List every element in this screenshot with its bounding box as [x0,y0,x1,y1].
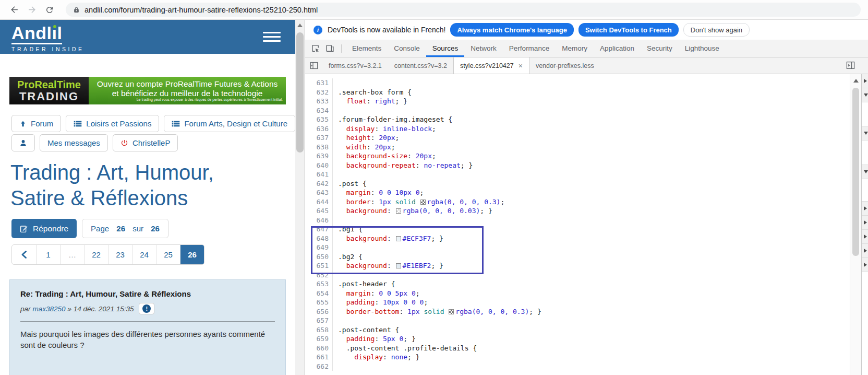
pagination-prev[interactable] [12,245,36,264]
reply-button[interactable]: Répondre [11,219,77,238]
line-number[interactable]: 645 [305,206,333,216]
code-line[interactable]: 658.post-content { [305,325,850,335]
pagination-page-26[interactable]: 26 [180,245,204,264]
line-number[interactable]: 640 [305,161,333,170]
code-line[interactable]: 648 background: #ECF3F7; } [305,234,850,243]
brand-logo[interactable]: Andlıl TRADER INSIDE [11,24,85,52]
code-line[interactable]: 659 padding: 5px 0; } [305,334,850,344]
line-number[interactable]: 635 [305,115,333,124]
line-number[interactable]: 639 [305,151,333,161]
line-number[interactable]: 651 [305,261,333,271]
line-number[interactable]: 642 [305,179,333,189]
code-line[interactable]: 644 border: 1px solid rgba(0, 0, 0, 0.3)… [305,197,850,207]
lock-icon[interactable] [73,6,80,13]
scroll-up-arrow-icon[interactable] [297,24,303,27]
code-line[interactable]: 647.bg1 { [305,225,850,234]
file-tab-vendor-prefixes.less[interactable]: vendor-prefixes.less [529,57,600,74]
code-line[interactable]: 650.bg2 { [305,252,850,262]
line-number[interactable]: 637 [305,133,333,143]
prorealtime-ad-banner[interactable]: ProRealTime TRADING Ouvrez un compte Pro… [9,77,286,104]
code-line[interactable]: 642.post { [305,179,850,189]
code-line[interactable]: 641 [305,170,850,179]
code-line[interactable]: 660 .post-content .profile-details { [305,344,850,353]
sidebar-section-toggle[interactable] [862,88,868,102]
page-indicator-button[interactable]: Page 26 sur 26 [82,219,168,238]
forward-icon[interactable] [23,1,41,19]
tab-sources[interactable]: Sources [426,40,465,57]
code-line[interactable]: 633 float: right; } [305,97,850,106]
code-line[interactable]: 645 background: rgba(0, 0, 0, 0.03); } [305,206,850,216]
line-number[interactable]: 650 [305,252,333,262]
pagination-page-23[interactable]: 23 [108,245,132,264]
sidebar-section-toggle[interactable] [862,258,868,272]
line-number[interactable]: 643 [305,188,333,197]
tab-elements[interactable]: Elements [346,40,388,57]
pagination-page-1[interactable]: 1 [36,245,60,264]
line-number[interactable]: 648 [305,234,333,243]
inspect-element-icon[interactable] [310,43,320,54]
color-swatch[interactable] [420,200,426,205]
line-number[interactable]: 638 [305,143,333,152]
line-number[interactable]: 634 [305,106,333,115]
file-tab-style.css-v210427[interactable]: style.css?v210427× [453,57,529,74]
code-line[interactable]: 656 border-bottom: 1px solid rgba(0, 0, … [305,307,850,317]
pagination-page-25[interactable]: 25 [156,245,180,264]
line-number[interactable]: 636 [305,124,333,134]
code-line[interactable]: 661 display: none; } [305,353,850,362]
file-tab-forms.css-v-3.2.1[interactable]: forms.css?v=3.2.1 [322,57,388,74]
line-number[interactable]: 662 [305,362,333,371]
color-swatch[interactable] [396,263,401,268]
editor-scrollbar[interactable] [850,74,861,375]
file-tab-content.css-v-3.2[interactable]: content.css?v=3.2 [388,57,453,74]
code-line[interactable]: 640 background-repeat: no-repeat; } [305,161,850,170]
line-number[interactable]: 644 [305,197,333,207]
sidebar-section-toggle[interactable] [862,230,868,244]
sidebar-section-toggle[interactable] [862,244,868,258]
code-line[interactable]: 632.search-box form { [305,88,850,97]
line-number[interactable]: 654 [305,289,333,298]
line-number[interactable]: 658 [305,325,333,335]
code-line[interactable]: 651 background: #E1EBF2; } [305,261,850,271]
color-swatch[interactable] [396,236,401,241]
code-line[interactable]: 638 width: 20px; [305,143,850,152]
line-number[interactable]: 653 [305,279,333,289]
code-line[interactable]: 662 [305,362,850,371]
code-line[interactable]: 635.forum-folder-img.imageset { [305,115,850,124]
line-number[interactable]: 660 [305,344,333,353]
dont-show-again-button[interactable]: Don't show again [683,23,750,37]
code-line[interactable]: 657 [305,316,850,325]
code-line[interactable]: 637 height: 20px; [305,133,850,143]
code-line[interactable]: 643 margin: 0 0 10px 0; [305,188,850,197]
page-scrollbar-thumb[interactable] [296,32,304,153]
author-link[interactable]: max38250 [33,305,66,313]
tab-performance[interactable]: Performance [503,40,556,57]
color-swatch[interactable] [449,309,454,314]
color-swatch[interactable] [396,208,401,214]
forum-button[interactable]: Forum [11,115,61,132]
code-line[interactable]: 655 padding: 10px 0 0 0; [305,298,850,307]
pagination-page-22[interactable]: 22 [84,245,108,264]
reload-icon[interactable] [41,1,58,19]
code-line[interactable]: 631 [305,78,850,88]
code-editor[interactable]: 631632.search-box form {633 float: right… [305,74,850,375]
code-line[interactable]: 654 margin: 0 0 5px 0; [305,289,850,298]
line-number[interactable]: 655 [305,298,333,307]
page-scrollbar[interactable] [295,20,305,375]
close-icon[interactable]: × [519,63,523,69]
line-number[interactable]: 641 [305,170,333,179]
loisirs-button[interactable]: Loisirs et Passions [66,115,159,132]
code-line[interactable]: 636 display: inline-block; [305,124,850,134]
sidebar-section-toggle[interactable] [862,216,868,230]
tab-application[interactable]: Application [594,40,641,57]
line-number[interactable]: 659 [305,334,333,344]
profile-button[interactable] [11,134,35,151]
switch-to-french-button[interactable]: Switch DevTools to French [578,23,679,37]
device-toolbar-icon[interactable] [324,43,335,54]
sidebar-section-toggle[interactable] [862,165,868,179]
logout-user-button[interactable]: ChristelleP [113,134,178,151]
line-number[interactable]: 646 [305,216,333,225]
show-navigator-icon[interactable] [310,62,318,69]
sidebar-section-toggle[interactable] [862,74,868,88]
tab-lighthouse[interactable]: Lighthouse [679,40,726,57]
pagination-page-24[interactable]: 24 [132,245,156,264]
